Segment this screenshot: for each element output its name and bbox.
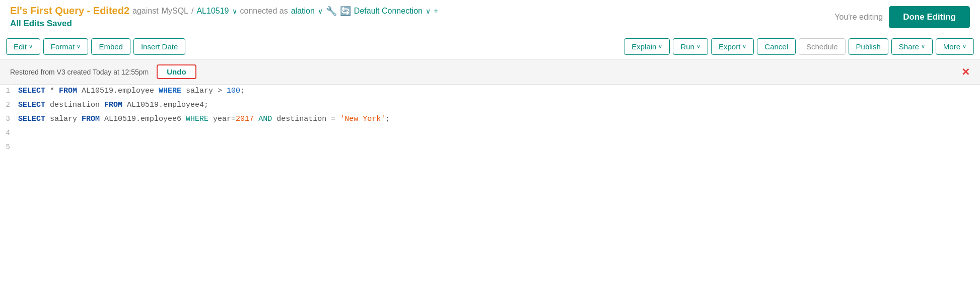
export-button[interactable]: Export ∨ [711,38,754,55]
code-token: destination = [272,115,340,123]
embed-label: Embed [99,42,123,51]
insert-date-button[interactable]: Insert Date [133,38,185,55]
user-label[interactable]: alation [291,7,315,16]
line-number: 2 [0,99,18,109]
code-token: FROM [59,87,77,95]
code-token: ; [385,115,390,123]
you-editing-label: You're editing [834,13,883,22]
format-label: Format [51,42,75,51]
default-chevron[interactable]: ∨ [426,7,431,15]
format-button[interactable]: Format ∨ [43,38,89,55]
format-chevron: ∨ [77,43,81,50]
publish-label: Publish [856,42,881,51]
query-title: El's First Query - Edited2 [10,5,129,17]
code-token: WHERE [186,115,208,123]
share-button[interactable]: Share ∨ [891,38,933,55]
run-chevron: ∨ [696,43,701,50]
more-chevron: ∨ [962,43,966,50]
share-label: Share [899,42,919,51]
cancel-label: Cancel [764,42,788,51]
table-row: 2SELECT destination FROM AL10519.employe… [0,99,980,113]
restore-banner: Restored from V3 created Today at 12:55p… [0,59,980,85]
line-number: 5 [0,141,18,151]
toolbar: Edit ∨ Format ∨ Embed Insert Date Explai… [0,34,980,59]
table-row: 3SELECT salary FROM AL10519.employee6 WH… [0,113,980,127]
code-token: salary [45,115,82,123]
line-number: 4 [0,127,18,137]
user-chevron[interactable]: ∨ [318,7,323,15]
code-token: AL10519.employee6 [100,115,186,123]
header-left: El's First Query - Edited2 against MySQL… [10,5,438,29]
more-label: More [943,42,960,51]
settings-icon[interactable]: 🔧 [326,6,337,17]
code-token: salary > [181,87,227,95]
line-content: SELECT destination FROM AL10519.employee… [18,99,208,111]
code-token: year= [208,115,236,123]
code-token: FROM [104,101,122,109]
line-content: SELECT salary FROM AL10519.employee6 WHE… [18,113,390,125]
explain-chevron: ∨ [658,43,662,50]
code-token: SELECT [18,87,45,95]
line-content: SELECT * FROM AL10519.employee WHERE sal… [18,85,245,97]
embed-button[interactable]: Embed [91,38,130,55]
toolbar-right: Explain ∨ Run ∨ Export ∨ Cancel Schedule… [624,38,974,55]
refresh-icon[interactable]: 🔄 [340,6,351,17]
done-editing-button[interactable]: Done Editing [889,6,970,28]
header-title: El's First Query - Edited2 against MySQL… [10,5,438,17]
run-label: Run [680,42,694,51]
schedule-label: Schedule [806,42,838,51]
edit-chevron: ∨ [29,43,33,50]
code-token: SELECT [18,115,45,123]
default-connection-label[interactable]: Default Connection [354,7,423,16]
export-chevron: ∨ [742,43,746,50]
code-editor[interactable]: 1SELECT * FROM AL10519.employee WHERE sa… [0,85,980,155]
restore-text: Restored from V3 created Today at 12:55p… [10,68,149,76]
code-token: AL10519.employee [77,87,159,95]
line-number: 3 [0,113,18,123]
code-token [254,115,258,123]
connected-as-label: connected as [240,7,288,16]
cancel-button[interactable]: Cancel [757,38,796,55]
edit-label: Edit [14,42,27,51]
explain-button[interactable]: Explain ∨ [624,38,670,55]
code-token: destination [45,101,104,109]
more-button[interactable]: More ∨ [936,38,974,55]
against-label: against [132,7,159,16]
code-token: WHERE [159,87,181,95]
schema-label[interactable]: AL10519 [196,7,229,16]
all-edits-saved: All Edits Saved [10,19,438,29]
run-button[interactable]: Run ∨ [673,38,708,55]
line-number: 1 [0,85,18,95]
schema-chevron[interactable]: ∨ [232,7,237,15]
code-token: 100 [227,87,240,95]
share-chevron: ∨ [921,43,925,50]
table-row: 1SELECT * FROM AL10519.employee WHERE sa… [0,85,980,99]
export-label: Export [719,42,740,51]
code-token: ; [240,87,245,95]
code-token: SELECT [18,101,45,109]
db-label: MySQL [162,7,188,16]
undo-button[interactable]: Undo [157,64,196,79]
table-row: 4 [0,127,980,141]
edit-button[interactable]: Edit ∨ [6,38,40,55]
code-token: 2017 [236,115,254,123]
insert-date-label: Insert Date [141,42,178,51]
code-token: FROM [82,115,100,123]
code-token: 'New York' [340,115,385,123]
explain-label: Explain [632,42,656,51]
code-token: AL10519.employee4; [122,101,208,109]
close-banner-icon[interactable]: ✕ [961,66,970,78]
publish-button[interactable]: Publish [849,38,888,55]
code-token: AND [258,115,272,123]
code-token: * [45,87,59,95]
slash: / [191,7,193,16]
header: El's First Query - Edited2 against MySQL… [0,0,980,34]
header-right: You're editing Done Editing [834,6,970,28]
add-connection-icon[interactable]: + [434,7,438,16]
table-row: 5 [0,141,980,155]
schedule-button[interactable]: Schedule [799,38,846,55]
